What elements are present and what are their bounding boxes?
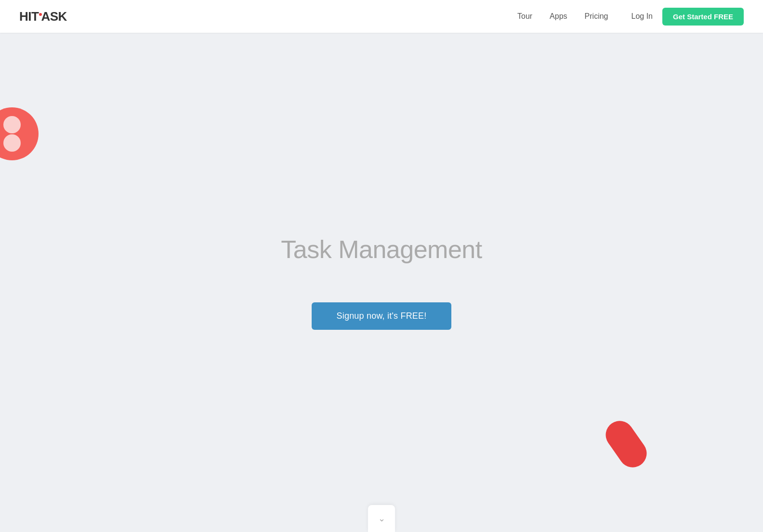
nav-apps[interactable]: Apps xyxy=(550,12,567,21)
nav-tour[interactable]: Tour xyxy=(517,12,532,21)
chevron-down-icon: ⌄ xyxy=(378,514,385,523)
scroll-indicator[interactable]: ⌄ xyxy=(368,505,395,532)
nav-actions: Log In Get Started FREE xyxy=(631,8,744,26)
logo-text: HITASK xyxy=(19,9,67,24)
nav-links: Tour Apps Pricing xyxy=(517,12,608,21)
hero-title: Task Management xyxy=(281,235,482,264)
decorative-pill-right xyxy=(600,415,652,473)
logo[interactable]: HITASK xyxy=(19,9,67,24)
decorative-blob-left xyxy=(0,107,39,160)
nav-pricing[interactable]: Pricing xyxy=(585,12,608,21)
get-started-button[interactable]: Get Started FREE xyxy=(662,8,744,26)
hero-section: Task Management Signup now, it's FREE! ⌄ xyxy=(0,33,763,532)
login-link[interactable]: Log In xyxy=(631,12,652,21)
header: HITASK Tour Apps Pricing Log In Get Star… xyxy=(0,0,763,33)
main-nav: Tour Apps Pricing Log In Get Started FRE… xyxy=(517,8,744,26)
hero-cta-button[interactable]: Signup now, it's FREE! xyxy=(312,302,452,330)
